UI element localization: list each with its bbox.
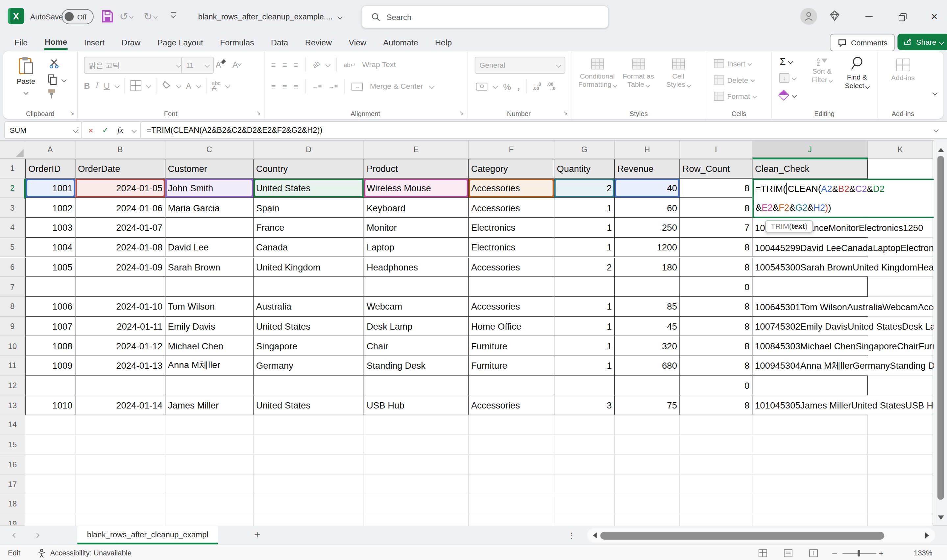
orientation-chevron[interactable] <box>325 62 331 68</box>
cell-F18[interactable] <box>468 494 554 514</box>
cell-E2[interactable]: Wireless Mouse <box>364 178 469 198</box>
cell-I12[interactable]: 0 <box>680 376 752 396</box>
cell-H7[interactable] <box>615 277 680 297</box>
next-sheet-button[interactable] <box>27 526 47 545</box>
cell-D3[interactable]: Spain <box>254 198 364 218</box>
conditional-formatting-button[interactable]: ConditionalFormatting <box>578 58 617 89</box>
comma-style-button[interactable]: , <box>517 80 520 92</box>
cell-E13[interactable]: USB Hub <box>364 396 469 415</box>
cell-C9[interactable]: Emily Davis <box>165 317 254 337</box>
col-header-J[interactable]: J <box>753 141 868 159</box>
scroll-down-arrow-icon[interactable] <box>938 515 944 523</box>
close-button[interactable]: × <box>924 0 944 33</box>
zoom-slider-handle[interactable] <box>858 550 859 556</box>
accounting-format-button[interactable] <box>476 83 487 90</box>
sort-filter-button[interactable]: AZ Sort &Filter <box>805 57 839 84</box>
cell-styles-button[interactable]: CellStyles <box>660 58 696 89</box>
cell-I4[interactable]: 7 <box>680 218 752 238</box>
cell-D1[interactable]: Country <box>254 159 364 178</box>
col-header-D[interactable]: D <box>254 141 364 159</box>
cell-C17[interactable] <box>165 475 254 494</box>
row-header-6[interactable]: 6 <box>0 257 25 277</box>
cell-B5[interactable]: 2024-01-08 <box>75 238 166 257</box>
cell-K14[interactable] <box>868 415 933 435</box>
merge-center-button[interactable]: Merge & Center <box>370 82 423 91</box>
cell-B15[interactable] <box>75 435 166 455</box>
add-sheet-button[interactable]: + <box>249 526 266 545</box>
cell-B6[interactable]: 2024-01-09 <box>75 257 166 277</box>
cell-K17[interactable] <box>868 475 933 494</box>
accounting-chevron[interactable] <box>493 84 498 89</box>
cell-A12[interactable] <box>25 376 75 396</box>
cell-C6[interactable]: Sarah Brown <box>165 257 254 277</box>
cell-D10[interactable]: Singapore <box>254 337 364 356</box>
tab-page-layout[interactable]: Page Layout <box>149 33 212 51</box>
clipboard-dialog-launcher[interactable]: ↘ <box>70 110 74 116</box>
cell-B12[interactable] <box>75 376 166 396</box>
cell-A15[interactable] <box>25 435 75 455</box>
cell-E17[interactable] <box>364 475 469 494</box>
merge-center-chevron[interactable] <box>429 84 434 89</box>
fill-chevron[interactable] <box>792 75 797 80</box>
cell-G3[interactable]: 1 <box>554 198 615 218</box>
format-painter-button[interactable] <box>45 88 59 100</box>
row-header-14[interactable]: 14 <box>0 415 25 435</box>
cell-I11[interactable]: 8 <box>680 356 752 376</box>
cell-F9[interactable]: Home Office <box>468 317 554 337</box>
cell-E1[interactable]: Product <box>364 159 469 178</box>
cell-H4[interactable]: 250 <box>615 218 680 238</box>
alignment-dialog-launcher[interactable]: ↘ <box>459 110 464 116</box>
cell-I9[interactable]: 8 <box>680 317 752 337</box>
cell-H16[interactable] <box>615 455 680 475</box>
cell-C18[interactable] <box>165 494 254 514</box>
account-avatar[interactable] <box>800 8 817 25</box>
cell-K1[interactable] <box>868 159 933 178</box>
cell-H15[interactable] <box>615 435 680 455</box>
cell-D5[interactable]: Canada <box>254 238 364 257</box>
cell-G1[interactable]: Quantity <box>554 159 615 178</box>
cell-B13[interactable]: 2024-01-14 <box>75 396 166 415</box>
cell-B4[interactable]: 2024-01-07 <box>75 218 166 238</box>
cell-B14[interactable] <box>75 415 166 435</box>
cell-J18[interactable] <box>753 494 868 514</box>
row-header-19[interactable]: 19 <box>0 514 25 526</box>
cell-K12[interactable] <box>868 376 933 396</box>
comments-button[interactable]: Comments <box>830 34 895 51</box>
tab-scrollbar-splitter[interactable]: ⋮ <box>568 526 576 545</box>
horizontal-scrollbar[interactable] <box>587 528 935 543</box>
cell-A2[interactable]: 1001 <box>25 178 75 198</box>
row-header-3[interactable]: 3 <box>0 198 25 218</box>
cell-E16[interactable] <box>364 455 469 475</box>
cell-C5[interactable]: David Lee <box>165 238 254 257</box>
cell-E18[interactable] <box>364 494 469 514</box>
cell-G12[interactable] <box>554 376 615 396</box>
cell-H9[interactable]: 45 <box>615 317 680 337</box>
row-header-17[interactable]: 17 <box>0 475 25 494</box>
cell-I6[interactable]: 8 <box>680 257 752 277</box>
expand-formula-bar-chevron[interactable] <box>930 121 942 138</box>
cell-G10[interactable]: 1 <box>554 337 615 356</box>
cell-B3[interactable]: 2024-01-06 <box>75 198 166 218</box>
redo-button[interactable]: ↻ <box>142 9 158 24</box>
col-header-I[interactable]: I <box>680 141 752 159</box>
cell-H12[interactable] <box>615 376 680 396</box>
page-layout-view-button[interactable] <box>779 545 797 560</box>
quick-access-toolbar-button[interactable] <box>169 12 177 21</box>
cell-E5[interactable]: Laptop <box>364 238 469 257</box>
cell-B16[interactable] <box>75 455 166 475</box>
align-bottom-button[interactable]: ≡ <box>294 60 298 69</box>
cell-I13[interactable]: 8 <box>680 396 752 415</box>
cell-D8[interactable]: Australia <box>254 297 364 317</box>
col-header-B[interactable]: B <box>75 141 166 159</box>
cell-G18[interactable] <box>554 494 615 514</box>
cell-F11[interactable]: Furniture <box>468 356 554 376</box>
cell-E10[interactable]: Chair <box>364 337 469 356</box>
cell-G8[interactable]: 1 <box>554 297 615 317</box>
cell-F7[interactable] <box>468 277 554 297</box>
cell-G9[interactable]: 1 <box>554 317 615 337</box>
cell-D2[interactable]: United States <box>254 178 364 198</box>
vertical-scrollbar[interactable] <box>934 140 947 525</box>
cell-A8[interactable]: 1006 <box>25 297 75 317</box>
cell-K15[interactable] <box>868 435 933 455</box>
cell-F2[interactable]: Accessories <box>468 178 554 198</box>
